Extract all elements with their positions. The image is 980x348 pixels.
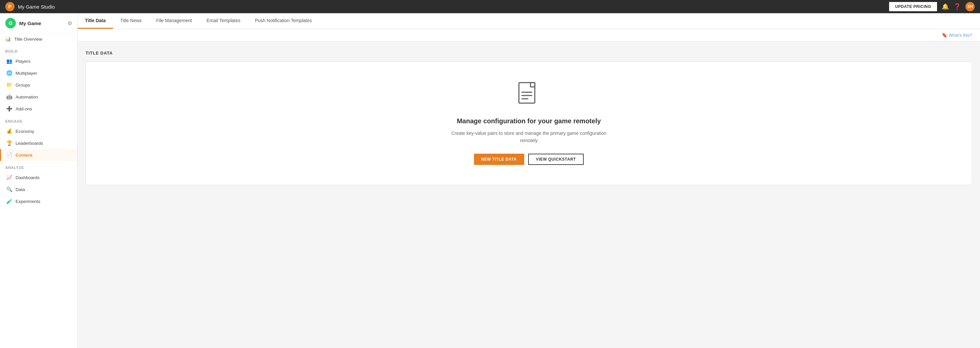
experiments-icon: 🧪 [6, 198, 12, 204]
sidebar-item-content[interactable]: 📄 Content [0, 149, 77, 161]
title-data-content: TITLE DATA Manage configuratio [78, 41, 980, 194]
new-title-data-button[interactable]: NEW TITLE DATA [474, 154, 524, 165]
automation-icon: 🤖 [6, 94, 12, 100]
empty-state-card: Manage configuration for your game remot… [86, 62, 972, 185]
section-heading: TITLE DATA [86, 51, 972, 56]
tab-file-management[interactable]: File Management [149, 13, 199, 29]
sidebar: G My Game ⚙ 📊 Title Overview BUILD 👥 Pla… [0, 13, 78, 348]
content-label: Content [16, 153, 32, 157]
empty-state-description: Create key-value pairs to store and mana… [446, 130, 611, 145]
dashboards-icon: 📈 [6, 175, 12, 180]
tab-email-templates[interactable]: Email Templates [199, 13, 248, 29]
tab-title-news[interactable]: Title News [113, 13, 149, 29]
analyze-section-label: ANALYZE [0, 161, 77, 172]
chart-icon: 📊 [5, 37, 11, 41]
sidebar-item-multiplayer[interactable]: 🌐 Multiplayer [0, 67, 77, 79]
sidebar-header: G My Game ⚙ [0, 13, 77, 33]
whats-this-bar: 🔖 What's this? [78, 29, 980, 41]
sidebar-item-add-ons[interactable]: ➕ Add-ons [0, 103, 77, 115]
avatar[interactable]: SH [966, 2, 975, 11]
build-section-label: BUILD [0, 44, 77, 55]
leaderboards-icon: 🏆 [6, 140, 12, 146]
engage-section-label: ENGAGE [0, 115, 77, 125]
bookmark-icon: 🔖 [942, 32, 947, 38]
game-logo: G [5, 18, 16, 29]
whats-this-label: What's this? [949, 33, 972, 38]
empty-state-title: Manage configuration for your game remot… [457, 117, 601, 125]
view-quickstart-button[interactable]: VIEW QUICKSTART [528, 154, 584, 165]
sidebar-item-players[interactable]: 👥 Players [0, 55, 77, 67]
topbar-right: UPDATE PRICING 🔔 ❓ SH [889, 2, 975, 11]
game-name: My Game [19, 21, 41, 26]
sidebar-item-leaderboards[interactable]: 🏆 Leaderboards [0, 137, 77, 149]
multiplayer-label: Multiplayer [16, 71, 37, 76]
document-icon [517, 82, 540, 110]
tab-push-notifications[interactable]: Push Notification Templates [248, 13, 319, 29]
players-icon: 👥 [6, 58, 12, 64]
tab-bar: Title Data Title News File Management Em… [78, 13, 980, 29]
addons-icon: ➕ [6, 106, 12, 112]
content-area: 🔖 What's this? TITLE DATA [78, 29, 980, 348]
topbar: P My Game Studio UPDATE PRICING 🔔 ❓ SH [0, 0, 980, 13]
sidebar-item-title-overview[interactable]: 📊 Title Overview [0, 33, 77, 44]
leaderboards-label: Leaderboards [16, 141, 43, 146]
addons-label: Add-ons [16, 106, 32, 111]
playfab-logo: P [5, 2, 14, 11]
help-icon[interactable]: ❓ [953, 3, 961, 10]
sidebar-item-groups[interactable]: 📁 Groups [0, 79, 77, 91]
studio-name: My Game Studio [18, 4, 55, 10]
data-label: Data [16, 187, 25, 192]
bell-icon[interactable]: 🔔 [942, 3, 949, 10]
sidebar-item-dashboards[interactable]: 📈 Dashboards [0, 172, 77, 183]
economy-label: Economy [16, 129, 34, 134]
sidebar-item-data[interactable]: 🔍 Data [0, 183, 77, 195]
players-label: Players [16, 59, 30, 64]
game-info: G My Game [5, 18, 41, 29]
content-icon: 📄 [6, 152, 12, 158]
main-layout: G My Game ⚙ 📊 Title Overview BUILD 👥 Pla… [0, 13, 980, 348]
experiments-label: Experiments [16, 199, 40, 204]
groups-icon: 📁 [6, 82, 12, 88]
whats-this-link[interactable]: 🔖 What's this? [942, 32, 972, 38]
svg-text:G: G [9, 21, 13, 26]
sidebar-item-experiments[interactable]: 🧪 Experiments [0, 195, 77, 207]
svg-text:P: P [8, 4, 11, 9]
empty-state-actions: NEW TITLE DATA VIEW QUICKSTART [474, 154, 584, 165]
economy-icon: 💰 [6, 128, 12, 134]
sidebar-item-automation[interactable]: 🤖 Automation [0, 91, 77, 103]
settings-icon[interactable]: ⚙ [67, 20, 72, 27]
main-content: Title Data Title News File Management Em… [78, 13, 980, 348]
topbar-left: P My Game Studio [5, 2, 55, 11]
multiplayer-icon: 🌐 [6, 70, 12, 76]
sidebar-item-economy[interactable]: 💰 Economy [0, 125, 77, 137]
dashboards-label: Dashboards [16, 175, 40, 180]
data-icon: 🔍 [6, 186, 12, 192]
overview-label: Title Overview [14, 37, 42, 41]
update-pricing-button[interactable]: UPDATE PRICING [889, 2, 937, 11]
tab-title-data[interactable]: Title Data [78, 13, 113, 29]
svg-rect-5 [530, 83, 535, 87]
groups-label: Groups [16, 83, 30, 87]
automation-label: Automation [16, 95, 38, 100]
